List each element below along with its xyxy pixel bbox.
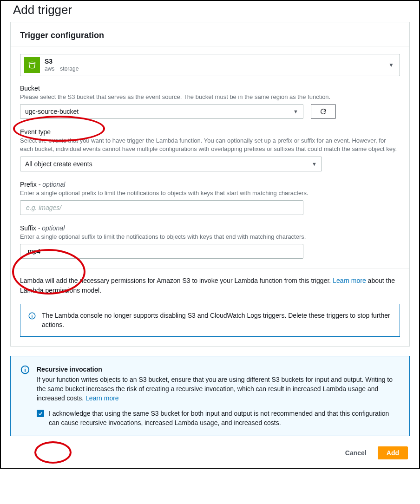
prefix-desc: Enter a single optional prefix to limit … xyxy=(20,189,400,197)
divider xyxy=(11,268,409,268)
panel-heading: Trigger configuration xyxy=(11,22,409,46)
svg-point-2 xyxy=(32,314,33,314)
acknowledge-checkbox[interactable] xyxy=(37,410,44,417)
s3-bucket-icon xyxy=(24,57,40,73)
event-type-value: All object create events xyxy=(25,160,92,168)
source-title: S3 xyxy=(45,58,84,66)
suffix-desc: Enter a single optional suffix to limit … xyxy=(20,233,400,241)
bucket-label: Bucket xyxy=(20,85,400,92)
refresh-icon xyxy=(320,108,327,115)
refresh-button[interactable] xyxy=(311,104,336,119)
bucket-field: Bucket Please select the S3 bucket that … xyxy=(20,85,400,119)
info-alert-text: The Lambda console no longer supports di… xyxy=(42,311,392,330)
bucket-select-value: ugc-source-bucket xyxy=(25,108,79,115)
modal-add-trigger: Add trigger Trigger configuration S3 aws… xyxy=(0,0,420,469)
prefix-input-wrap xyxy=(20,200,303,215)
trigger-source-select[interactable]: S3 awsstorage ▼ xyxy=(20,54,400,76)
prefix-label: Prefix - optional xyxy=(20,181,400,188)
caret-down-icon: ▼ xyxy=(312,161,317,167)
caret-down-icon: ▼ xyxy=(388,62,394,68)
suffix-field: Suffix - optional Enter a single optiona… xyxy=(20,224,400,259)
info-icon xyxy=(20,365,30,375)
recursive-invocation-panel: Recursive invocation If your function wr… xyxy=(10,356,410,437)
permissions-text: Lambda will add the necessary permission… xyxy=(20,276,400,295)
page-title: Add trigger xyxy=(1,1,419,22)
learn-more-link[interactable]: Learn more xyxy=(333,277,366,284)
event-type-desc: Select the events that you want to have … xyxy=(20,137,400,153)
add-button[interactable]: Add xyxy=(378,446,408,459)
info-icon xyxy=(28,312,36,320)
caret-down-icon: ▼ xyxy=(293,109,298,114)
footer: Cancel Add xyxy=(1,441,419,468)
suffix-input-wrap xyxy=(20,244,303,259)
cancel-button[interactable]: Cancel xyxy=(341,446,370,459)
event-type-field: Event type Select the events that you wa… xyxy=(20,128,400,171)
prefix-input[interactable] xyxy=(25,203,298,212)
learn-more-link[interactable]: Learn more xyxy=(85,394,119,402)
trigger-config-panel: Trigger configuration S3 awsstorage ▼ xyxy=(10,22,410,347)
check-icon xyxy=(38,411,43,416)
recursive-body: If your function writes objects to an S3… xyxy=(37,375,400,403)
source-tags: awsstorage xyxy=(45,65,84,72)
suffix-label: Suffix - optional xyxy=(20,224,400,232)
event-type-select[interactable]: All object create events ▼ xyxy=(20,157,322,171)
info-alert: The Lambda console no longer supports di… xyxy=(20,304,400,337)
bucket-select[interactable]: ugc-source-bucket ▼ xyxy=(20,104,303,119)
event-type-label: Event type xyxy=(20,128,400,136)
acknowledge-text: I acknowledge that using the same S3 buc… xyxy=(49,409,400,428)
recursive-title: Recursive invocation xyxy=(37,365,400,374)
svg-point-5 xyxy=(25,367,25,368)
suffix-input[interactable] xyxy=(25,247,298,255)
prefix-field: Prefix - optional Enter a single optiona… xyxy=(20,181,400,215)
bucket-desc: Please select the S3 bucket that serves … xyxy=(20,93,400,101)
